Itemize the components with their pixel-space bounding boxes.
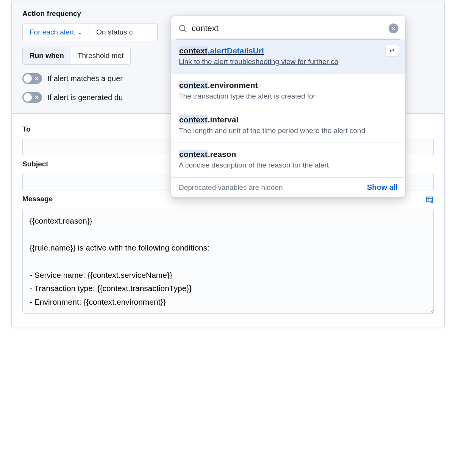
suggestion-title: context.environment xyxy=(179,81,398,90)
variable-search-row: ✕ xyxy=(171,16,405,39)
svg-line-7 xyxy=(184,30,186,32)
message-textarea[interactable] xyxy=(22,208,434,314)
frequency-mode-selected: For each alert xyxy=(30,28,74,36)
search-icon xyxy=(178,24,187,33)
variable-suggestion-list: context.alertDetailsUrlLink to the alert… xyxy=(171,39,405,177)
toggle-knob xyxy=(23,74,32,83)
toggle-generated-during[interactable]: ✕ xyxy=(22,92,42,103)
suggestion-description: The transaction type the alert is create… xyxy=(179,92,398,100)
insert-variable-icon[interactable] xyxy=(425,196,434,206)
variable-suggestion[interactable]: context.environmentThe transaction type … xyxy=(171,74,405,108)
clear-search-icon[interactable]: ✕ xyxy=(389,23,398,33)
deprecated-note: Deprecated variables are hidden xyxy=(179,183,283,192)
variable-picker-popover: ✕ context.alertDetailsUrlLink to the ale… xyxy=(171,16,406,197)
action-panel: Action frequency For each alert ⌄ On sta… xyxy=(11,0,445,327)
suggestion-title: context.reason xyxy=(179,150,398,159)
message-label: Message xyxy=(22,195,53,203)
suggestion-title: context.interval xyxy=(179,115,398,124)
suggestion-description: The length and unit of the time period w… xyxy=(179,127,398,135)
frequency-mode-dropdown[interactable]: For each alert ⌄ xyxy=(22,23,89,41)
suggestion-description: Link to the alert troubleshooting view f… xyxy=(179,58,398,66)
svg-point-6 xyxy=(180,25,185,31)
toggle-query-match-label: If alert matches a quer xyxy=(47,74,123,83)
enter-key-icon: ↵ xyxy=(385,45,399,57)
run-when-group[interactable]: Run when Threshold met xyxy=(22,47,131,65)
popover-arrow xyxy=(380,197,388,197)
run-when-value: Threshold met xyxy=(71,47,130,64)
variable-suggestion[interactable]: context.alertDetailsUrlLink to the alert… xyxy=(171,39,405,74)
variable-picker-footer: Deprecated variables are hidden Show all xyxy=(171,177,405,197)
variable-suggestion[interactable]: context.reasonA concise description of t… xyxy=(171,143,405,177)
frequency-mode-rest: On status c xyxy=(89,23,158,41)
toggle-off-icon: ✕ xyxy=(34,94,39,100)
run-when-label: Run when xyxy=(23,47,71,64)
toggle-knob xyxy=(23,93,32,102)
variable-search-input[interactable] xyxy=(192,23,384,33)
chevron-down-icon: ⌄ xyxy=(78,29,82,35)
suggestion-title: context.alertDetailsUrl xyxy=(179,46,398,55)
suggestion-description: A concise description of the reason for … xyxy=(179,161,398,169)
toggle-off-icon: ✕ xyxy=(34,75,39,81)
toggle-generated-during-label: If alert is generated du xyxy=(47,93,123,102)
variable-suggestion[interactable]: context.intervalThe length and unit of t… xyxy=(171,108,405,143)
toggle-query-match[interactable]: ✕ xyxy=(22,73,42,84)
show-all-link[interactable]: Show all xyxy=(367,183,398,192)
